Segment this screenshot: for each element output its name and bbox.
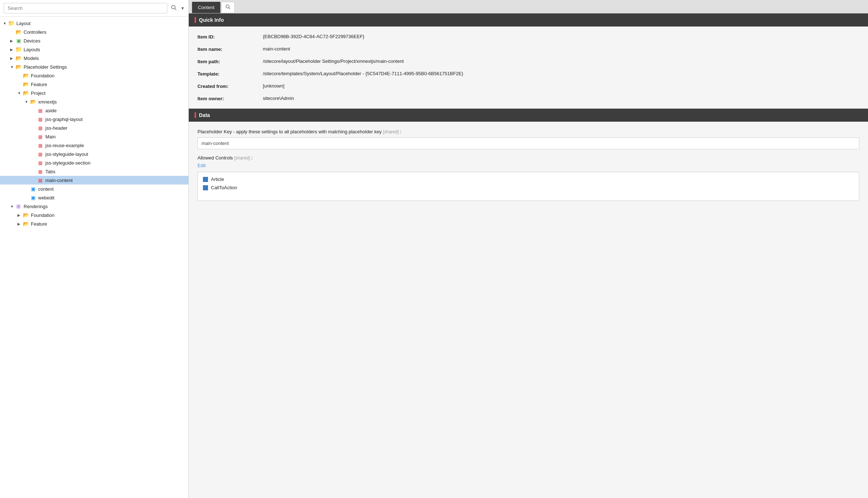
tree-item-aside[interactable]: ▦aside — [0, 106, 188, 115]
icon-folder-blue: 📁 — [15, 46, 22, 53]
tree-toggle[interactable]: ▶ — [17, 222, 23, 226]
icon-page-red: ▦ — [37, 177, 44, 183]
created-from-value: [unknown] — [263, 83, 859, 89]
item-owner-value: sitecore\Admin — [263, 96, 859, 101]
item-name-label: Item name: — [197, 46, 256, 52]
control-item: CallToAction — [203, 185, 854, 190]
icon-page-red: ▦ — [37, 116, 44, 122]
tree-item-jss-header[interactable]: ▦jss-header — [0, 124, 188, 132]
icon-layout-blue: ▣ — [30, 186, 36, 192]
placeholder-key-input[interactable] — [197, 137, 859, 149]
tree-item-layouts[interactable]: ▶📁Layouts — [0, 45, 188, 54]
tree-item-label: webedit — [38, 195, 54, 201]
tab-search-button[interactable] — [221, 2, 235, 13]
dropdown-arrow[interactable]: ▼ — [180, 6, 185, 11]
item-owner-label: Item owner: — [197, 96, 256, 101]
search-bar: ▼ — [0, 0, 188, 17]
tree-item-main-content[interactable]: ▦main-content — [0, 176, 188, 185]
tree-item-label: Project — [31, 90, 45, 96]
tree-item-layout[interactable]: ▼📁Layout — [0, 19, 188, 28]
placeholder-key-label: Placeholder Key - apply these settings t… — [197, 129, 859, 134]
tree-item-devices[interactable]: ▶▣Devices — [0, 36, 188, 45]
tree-item-label: aside — [45, 108, 57, 113]
tree-toggle[interactable]: ▼ — [3, 21, 8, 25]
tree-toggle[interactable]: ▶ — [17, 213, 23, 217]
tree-item-label: content — [38, 186, 54, 192]
quick-info-grid: Item ID: {EBCBD98B-392D-4C84-AC72-5F2299… — [189, 27, 868, 109]
icon-page-red: ▦ — [37, 133, 44, 140]
icon-page-red: ▦ — [37, 125, 44, 131]
tree-item-placeholder-settings[interactable]: ▼📂Placeholder Settings — [0, 62, 188, 71]
tree-item-label: jss-styleguide-section — [45, 160, 90, 166]
search-input[interactable] — [4, 3, 167, 13]
tree-item-xmnextjs[interactable]: ▼📂xmnextjs — [0, 97, 188, 106]
tree-toggle[interactable]: ▼ — [17, 91, 23, 95]
tree-item-jss-graphql-layout[interactable]: ▦jss-graphql-layout — [0, 115, 188, 124]
content-area: Quick Info Item ID: {EBCBD98B-392D-4C84-… — [189, 13, 868, 498]
icon-page-red: ▦ — [37, 151, 44, 157]
right-panel: Content Quick Info Item ID: {EBCBD98B-39… — [189, 0, 868, 498]
tree-toggle[interactable]: ▼ — [10, 65, 15, 69]
tree-item-label: jss-reuse-example — [45, 143, 84, 148]
icon-page-red: ▦ — [37, 107, 44, 114]
tree-item-label: Main — [45, 134, 56, 139]
template-value: /sitecore/templates/System/Layout/Placeh… — [263, 71, 859, 77]
tree-item-label: Models — [24, 56, 39, 61]
tree-item-jss-reuse-example[interactable]: ▦jss-reuse-example — [0, 141, 188, 150]
tree-item-renderings[interactable]: ▼⊞Renderings — [0, 202, 188, 211]
tree-item-webedit[interactable]: ▣webedit — [0, 193, 188, 202]
tree-item-label: Controllers — [24, 29, 46, 35]
icon-layout-blue: ▣ — [30, 194, 36, 201]
tree-item-jss-styleguide-layout[interactable]: ▦jss-styleguide-layout — [0, 150, 188, 158]
icon-layout-green: ▣ — [15, 37, 22, 44]
created-from-label: Created from: — [197, 83, 256, 89]
search-button[interactable] — [170, 4, 178, 13]
control-item-icon — [203, 185, 208, 190]
icon-renderings: ⊞ — [15, 203, 22, 210]
tree-item-label: Layout — [16, 21, 30, 26]
data-content: Placeholder Key - apply these settings t… — [189, 122, 868, 208]
tree-item-label: Tabs — [45, 169, 55, 174]
tree-item-renderings-feature[interactable]: ▶📂Feature — [0, 219, 188, 228]
tree-item-label: Feature — [31, 221, 47, 227]
tree-item-main[interactable]: ▦Main — [0, 132, 188, 141]
tree-item-controllers[interactable]: 📂Controllers — [0, 28, 188, 36]
tree-item-label: xmnextjs — [38, 99, 57, 105]
tree-item-tabs[interactable]: ▦Tabs — [0, 167, 188, 176]
tree-toggle[interactable]: ▼ — [10, 205, 15, 208]
tree-toggle[interactable]: ▶ — [10, 39, 15, 43]
tree-item-models[interactable]: ▶📂Models — [0, 54, 188, 62]
control-item-label: CallToAction — [211, 185, 237, 190]
icon-folder-yellow: 📂 — [23, 212, 29, 218]
placeholder-shared-label: [shared] — [383, 129, 399, 134]
tree-toggle[interactable]: ▶ — [10, 56, 15, 60]
tree-item-feature[interactable]: 📂Feature — [0, 80, 188, 89]
template-label: Template: — [197, 71, 256, 77]
tree-item-label: jss-graphql-layout — [45, 117, 83, 122]
tab-bar: Content — [189, 0, 868, 13]
data-section-title: Data — [199, 112, 210, 118]
quick-info-title: Quick Info — [199, 17, 224, 23]
tab-content[interactable]: Content — [192, 1, 221, 13]
icon-folder-yellow: 📂 — [23, 72, 29, 79]
tree-item-label: Foundation — [31, 73, 54, 78]
tree-toggle[interactable]: ▼ — [25, 100, 30, 104]
tree-item-renderings-foundation[interactable]: ▶📂Foundation — [0, 211, 188, 219]
tree-toggle[interactable]: ▶ — [10, 48, 15, 52]
data-section-header: Data — [189, 109, 868, 122]
tree-item-jss-styleguide-section[interactable]: ▦jss-styleguide-section — [0, 158, 188, 167]
controls-box: ArticleCallToAction — [197, 172, 859, 201]
tree-item-foundation[interactable]: 📂Foundation — [0, 71, 188, 80]
tree-item-content[interactable]: ▣content — [0, 185, 188, 193]
icon-folder-yellow: 📂 — [15, 29, 22, 35]
item-name-value: main-content — [263, 46, 859, 52]
edit-link[interactable]: Edit — [197, 163, 859, 168]
icon-page-red: ▦ — [37, 159, 44, 166]
control-item-label: Article — [211, 177, 224, 182]
tree-item-label: Foundation — [31, 212, 54, 218]
item-path-value: /sitecore/layout/Placeholder Settings/Pr… — [263, 58, 859, 64]
tree-item-label: Placeholder Settings — [24, 64, 67, 70]
tree-item-label: Feature — [31, 82, 47, 87]
allowed-controls-shared: [shared] — [234, 155, 250, 161]
tree-item-project[interactable]: ▼📂Project — [0, 89, 188, 97]
